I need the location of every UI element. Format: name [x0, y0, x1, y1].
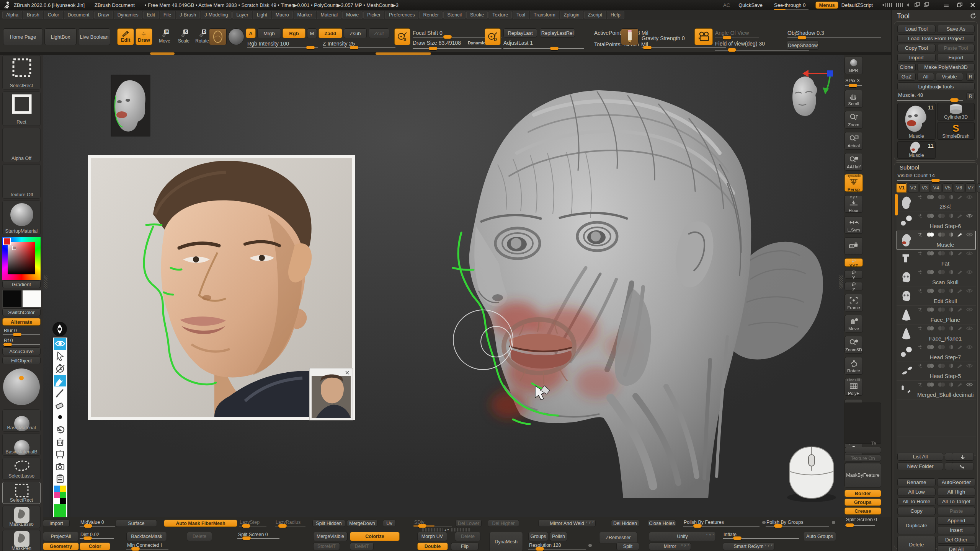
brush-icon[interactable] — [957, 326, 963, 331]
brush-icon[interactable] — [957, 251, 963, 256]
subtool-tab-v8[interactable]: V8 — [977, 183, 980, 192]
all-button[interactable]: All — [917, 73, 934, 81]
bb-mergedown-button[interactable]: MergeDown — [347, 520, 377, 527]
displacement-icon[interactable] — [949, 232, 954, 237]
subtool-item-head-step-6[interactable]: Head Step-6 — [897, 212, 976, 231]
bb-surface-button[interactable]: Surface — [116, 520, 157, 527]
subtool-item-merged-skull-decimation2-5[interactable]: Merged_Skull-decimation2_5 — [897, 381, 976, 399]
goz-button[interactable]: GoZ — [897, 73, 916, 81]
menu-j-brush[interactable]: J-Brush — [176, 11, 200, 19]
bb-unify-xyz-toggles[interactable]: x y z — [706, 533, 714, 536]
bb-dynamesh-button[interactable]: DynaMesh — [489, 532, 523, 551]
bb-lazystep-slider-handle[interactable] — [242, 524, 250, 528]
alternate-button[interactable]: Alternate — [2, 318, 41, 326]
uv-icon[interactable] — [938, 195, 945, 199]
menus-button[interactable]: Menus — [815, 2, 838, 9]
eye-tool[interactable] — [54, 338, 66, 350]
fov-slider-handle[interactable] — [728, 48, 736, 52]
clipboard-tool[interactable] — [54, 473, 66, 484]
brush-icon[interactable] — [957, 232, 963, 237]
bb-close-holes-button[interactable]: Close Holes — [648, 520, 676, 527]
displacement-icon[interactable] — [949, 345, 954, 349]
live-boolean-button[interactable]: Live Boolean — [78, 28, 110, 45]
menu-color[interactable]: Color — [44, 11, 63, 19]
subtool-tab-v1[interactable]: V1 — [897, 183, 907, 192]
displacement-icon[interactable] — [949, 382, 954, 387]
divider-handles-icon[interactable] — [880, 2, 937, 8]
new-folder-button[interactable]: New Folder — [897, 462, 943, 470]
pen-overlay-logo-icon[interactable] — [52, 321, 67, 337]
uv-icon[interactable] — [938, 232, 945, 237]
tray-divider-handle-right[interactable] — [839, 276, 843, 289]
eye-icon[interactable] — [966, 232, 973, 237]
rotate-button[interactable]: RRotate — [193, 28, 211, 44]
trash-tool[interactable] — [54, 436, 66, 448]
append-button[interactable]: Append — [937, 517, 975, 525]
clone-button[interactable]: Clone — [897, 63, 916, 71]
mask-by-feature-button[interactable]: MaskByFeature — [844, 463, 881, 487]
tray-item-masklasso[interactable]: MaskLasso — [2, 506, 41, 528]
mode-a-button[interactable]: A — [246, 28, 256, 38]
secondary-color-swatch[interactable] — [22, 290, 41, 308]
palette-color-4[interactable] — [54, 498, 60, 504]
rshelf-zoom-button[interactable]: Zoom — [844, 111, 863, 129]
bb-split-button[interactable]: Split — [616, 543, 639, 550]
uv-icon[interactable] — [938, 307, 945, 312]
eye-icon[interactable] — [966, 195, 973, 199]
subtool-scroll-indicator[interactable] — [895, 194, 898, 215]
bb-polish-by-features-slider-handle[interactable] — [693, 524, 702, 528]
bb-morph-uv-button[interactable]: Morph UV — [417, 532, 447, 541]
mode-mrgb-button[interactable]: Mrgb — [257, 28, 281, 38]
bb-inflate-slider-handle[interactable] — [733, 536, 742, 540]
texture-on-button[interactable]: Texture On — [844, 455, 881, 461]
save-as-button[interactable]: Save As — [937, 25, 975, 33]
eye-icon[interactable] — [966, 289, 973, 293]
bb-polish-by-groups-toggle[interactable] — [831, 520, 836, 525]
rshelf-move-button[interactable]: Move — [844, 315, 863, 333]
goz-r-button[interactable]: R — [966, 73, 975, 81]
tool-r-button[interactable]: R — [966, 92, 975, 100]
close-button[interactable] — [969, 2, 976, 8]
paste-tool-button[interactable]: Paste Tool — [937, 44, 975, 52]
tray-item-selectrect[interactable]: SelectRect — [2, 482, 41, 504]
gravity-pencil-button[interactable] — [621, 28, 639, 45]
z-intensity-slider-handle[interactable] — [350, 46, 358, 49]
tray-item-selectrect[interactable]: SelectRect — [2, 55, 41, 90]
menu-zplugin[interactable]: Zplugin — [560, 11, 583, 19]
subtool-item[interactable] — [897, 418, 976, 437]
tray-item-selectlasso[interactable]: SelectLasso — [2, 458, 41, 480]
rshelf-spix-3-slider-handle[interactable] — [849, 84, 857, 87]
move-down-hierarchy-button[interactable] — [952, 462, 974, 470]
displacement-icon[interactable] — [949, 307, 954, 312]
timer-off-tool[interactable] — [54, 363, 66, 374]
size-dot-tool[interactable] — [54, 412, 66, 423]
tray-item-fillobject[interactable]: FillObject — [2, 357, 41, 364]
bb-split-screen-0-slider-handle[interactable] — [242, 536, 251, 540]
bb-backfacemask-button[interactable]: BackfaceMask — [126, 532, 167, 541]
tray-item-startupmaterial[interactable]: StartupMaterial — [2, 201, 41, 235]
camera-button[interactable] — [694, 28, 713, 45]
see-through-slider[interactable]: See-through 0 — [774, 2, 805, 8]
previous-tool-thumbnail[interactable]: 11Muscle — [897, 141, 936, 159]
subtool-item-face-plane1[interactable]: Face_Plane1 — [897, 324, 976, 343]
polypaint-arrow-icon[interactable] — [918, 383, 923, 387]
draw-d-icon-button[interactable]: +D — [485, 28, 501, 45]
displacement-icon[interactable] — [949, 195, 954, 199]
lightbox-tools-button[interactable]: Lightbox▶Tools — [897, 82, 975, 90]
focal-icon-button[interactable]: +S — [394, 28, 410, 45]
texture-empty-button[interactable] — [844, 447, 881, 453]
rshelf-xyz-button[interactable]: XYZ — [844, 258, 863, 267]
bb-lazyradius-slider-handle[interactable] — [278, 524, 287, 528]
rshelf-l-sym-button[interactable]: L.Sym — [844, 216, 863, 234]
gravity-strength-slider-handle[interactable] — [643, 46, 652, 49]
z-intensity-slider-track[interactable] — [323, 47, 395, 48]
menu-alpha[interactable]: Alpha — [2, 11, 22, 19]
bb-split-hidden-button[interactable]: Split Hidden — [312, 520, 345, 527]
polypaint-icon[interactable] — [926, 382, 934, 387]
bb-smart-resym-xyz-toggles[interactable]: x y z — [765, 543, 773, 547]
lightbox-button[interactable]: LightBox — [44, 28, 77, 45]
bb-uv-button[interactable]: Uv — [383, 520, 396, 527]
tray-item-basicmaterialb[interactable]: BasicMaterialB — [2, 434, 41, 456]
insert-button[interactable]: Insert — [937, 526, 975, 534]
menu-movie[interactable]: Movie — [342, 11, 363, 19]
